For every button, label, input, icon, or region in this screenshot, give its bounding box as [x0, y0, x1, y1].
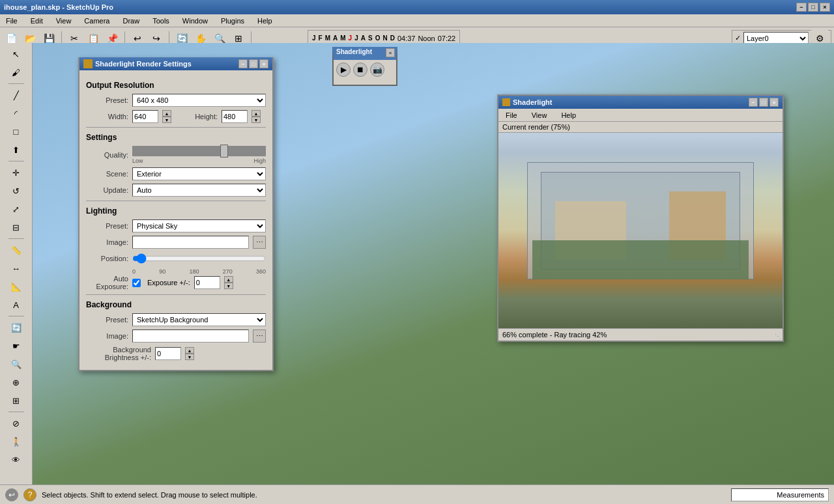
shape-tool[interactable]: □: [8, 123, 25, 140]
menu-tools[interactable]: Tools: [149, 16, 173, 25]
status-bar: ↩ ? Select objects. Shift to extend sele…: [0, 484, 834, 504]
render-play-button[interactable]: ▶: [336, 63, 351, 77]
render-window-close[interactable]: ×: [769, 98, 779, 107]
bg-browse-button[interactable]: ⋯: [253, 329, 266, 343]
render-menu-view[interactable]: View: [528, 111, 551, 120]
month-j3: J: [354, 35, 358, 42]
line-tool[interactable]: ╱: [8, 87, 25, 104]
render-capture-button[interactable]: 📷: [370, 63, 384, 77]
status-text: Select objects. Shift to extend select. …: [42, 491, 726, 499]
exposure-input[interactable]: [194, 276, 220, 289]
dimension-tool[interactable]: ↔: [8, 260, 25, 277]
bg-image-input[interactable]: [132, 329, 249, 343]
height-input[interactable]: [222, 110, 248, 123]
position-slider[interactable]: [132, 252, 266, 265]
width-up[interactable]: ▲: [162, 110, 171, 117]
menu-edit[interactable]: Edit: [27, 16, 46, 25]
bg-preset-select[interactable]: SketchUp Background Color Image: [132, 313, 266, 326]
minimize-button[interactable]: −: [796, 3, 807, 12]
resize-handle[interactable]: ⋱: [775, 333, 781, 339]
scale-tool[interactable]: ⤢: [8, 201, 25, 217]
maximize-button[interactable]: □: [808, 3, 818, 12]
orbit-tool[interactable]: 🔄: [8, 319, 25, 336]
exposure-up[interactable]: ▲: [224, 276, 233, 283]
move-tool[interactable]: ✛: [8, 164, 25, 181]
height-spinner[interactable]: ▲ ▼: [252, 110, 261, 123]
select-tool[interactable]: ↖: [8, 46, 25, 63]
update-label: Update:: [86, 186, 128, 194]
title-controls[interactable]: − □ ×: [796, 3, 830, 12]
menu-plugins[interactable]: Plugins: [218, 16, 248, 25]
lighting-preset-label: Preset:: [86, 222, 128, 230]
render-window-maximize[interactable]: □: [759, 98, 768, 107]
menu-file[interactable]: File: [3, 16, 21, 25]
quality-labels: Low High: [132, 158, 266, 164]
bg-brightness-spinner[interactable]: ▲ ▼: [185, 347, 194, 360]
push-pull-tool[interactable]: ⬆: [8, 141, 25, 158]
render-stop-button[interactable]: ⏹: [353, 63, 367, 77]
look-around-tool[interactable]: 👁: [8, 451, 25, 468]
left-sep-1: [8, 83, 24, 84]
zoom-extents-tool[interactable]: ⊞: [8, 392, 25, 409]
pan-tool[interactable]: ☛: [8, 337, 25, 354]
auto-exposure-checkbox[interactable]: [132, 279, 141, 287]
render-window: Shaderlight − □ × File View Help Current…: [497, 94, 784, 342]
close-button[interactable]: ×: [820, 3, 830, 12]
width-down[interactable]: ▼: [162, 117, 171, 123]
bg-brightness-up[interactable]: ▲: [185, 347, 194, 354]
exposure-label: Exposure +/-:: [147, 279, 190, 287]
render-window-menu: File View Help: [498, 109, 783, 122]
bg-brightness-input[interactable]: [155, 347, 181, 360]
zoom-tool-left[interactable]: 🔍: [8, 356, 25, 372]
month-j2[interactable]: J: [349, 35, 352, 42]
render-status-bar: 66% complete - Ray tracing 42% ⋱: [498, 328, 783, 341]
render-dialog-controls[interactable]: − □ ×: [238, 59, 268, 68]
pos-180: 180: [189, 268, 199, 275]
render-window-controls[interactable]: − □ ×: [749, 98, 779, 107]
bg-brightness-down[interactable]: ▼: [185, 354, 194, 360]
quality-slider[interactable]: [132, 146, 266, 156]
menu-view[interactable]: View: [53, 16, 75, 25]
protractor-tool[interactable]: 📐: [8, 278, 25, 295]
resolution-preset-select[interactable]: 640 x 480 800 x 600 1024 x 768 Custom: [132, 94, 266, 107]
width-input[interactable]: [132, 110, 158, 123]
width-spinner[interactable]: ▲ ▼: [162, 110, 171, 123]
divider-3: [86, 294, 266, 295]
section-cut-tool[interactable]: ⊘: [8, 415, 25, 432]
render-menu-help[interactable]: Help: [558, 111, 579, 120]
month-a2: A: [361, 35, 366, 42]
quality-label: Quality:: [86, 151, 128, 159]
lighting-image-input[interactable]: [132, 236, 249, 249]
menu-window[interactable]: Window: [179, 16, 211, 25]
update-select[interactable]: Auto Manual: [132, 184, 266, 197]
exposure-spinner[interactable]: ▲ ▼: [224, 276, 233, 289]
tape-tool[interactable]: 📏: [8, 242, 25, 259]
render-dialog: Shaderlight Render Settings − □ × Output…: [78, 57, 274, 371]
month-j1: J: [312, 35, 316, 42]
render-dialog-maximize[interactable]: □: [249, 59, 258, 68]
text-tool[interactable]: A: [8, 296, 25, 313]
height-up[interactable]: ▲: [252, 110, 261, 117]
menu-help[interactable]: Help: [254, 16, 276, 25]
scene-select[interactable]: Exterior Interior: [132, 167, 266, 180]
render-dialog-close[interactable]: ×: [259, 59, 268, 68]
render-window-minimize[interactable]: −: [749, 98, 758, 107]
render-dialog-minimize[interactable]: −: [238, 59, 248, 68]
height-down[interactable]: ▼: [252, 117, 261, 123]
exposure-down[interactable]: ▼: [224, 283, 233, 289]
scene-label: Scene:: [86, 170, 128, 178]
shaderlight-small-close[interactable]: ×: [386, 48, 395, 57]
menu-camera[interactable]: Camera: [81, 16, 113, 25]
walk-tool[interactable]: 🚶: [8, 433, 25, 450]
dialog-title-icon: [83, 59, 93, 68]
menu-draw[interactable]: Draw: [119, 16, 143, 25]
lighting-preset-select[interactable]: Physical Sky Artificial Custom: [132, 219, 266, 232]
lighting-browse-button[interactable]: ⋯: [253, 236, 266, 249]
offset-tool[interactable]: ⊟: [8, 219, 25, 236]
render-menu-file[interactable]: File: [502, 111, 521, 120]
rotate-tool[interactable]: ↺: [8, 182, 25, 199]
status-icon-2[interactable]: ?: [23, 488, 36, 501]
arc-tool[interactable]: ◜: [8, 105, 25, 122]
zoom-window-tool[interactable]: ⊕: [8, 374, 25, 391]
paint-tool[interactable]: 🖌: [8, 64, 25, 81]
